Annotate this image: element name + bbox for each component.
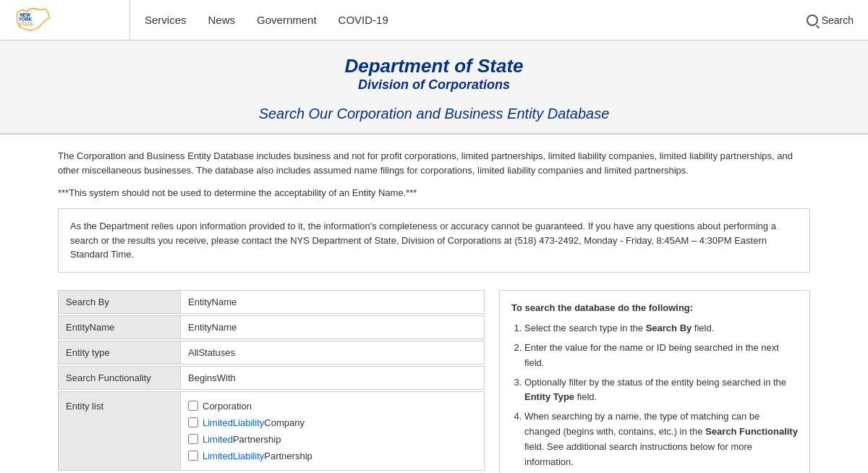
description-text: The Corporation and Business Entity Data…: [58, 149, 810, 177]
checkbox-llp-label: LimitedLiabilityPartnership: [203, 451, 312, 461]
page-header: Department of State Division of Corporat…: [0, 41, 868, 135]
checkbox-corporation-input[interactable]: [188, 401, 198, 411]
checkbox-llc-input[interactable]: [188, 417, 198, 427]
warning-text: ***This system should not be used to det…: [58, 187, 810, 198]
entity-name-input-wrapper[interactable]: [181, 315, 485, 339]
checkbox-llp-input[interactable]: [188, 451, 198, 461]
entity-list-label: Entity list: [58, 391, 181, 471]
instruction-step-2: Enter the value for the name or ID being…: [524, 341, 798, 371]
logo-area: NEW YORK STATE: [14, 0, 130, 40]
main-nav: Services News Government COVID-19 Search: [130, 0, 854, 40]
search-form: Search By EntityName Entity type: [58, 290, 485, 474]
entity-type-label: Entity type: [58, 341, 181, 365]
header: NEW YORK STATE Services News Government …: [0, 0, 868, 41]
checkbox-corporation: Corporation: [188, 398, 477, 414]
search-func-input-wrapper[interactable]: [181, 366, 485, 390]
division-title: Division of Corporations: [0, 77, 868, 93]
ny-state-logo-icon: NEW YORK STATE: [14, 7, 51, 33]
search-button-label: Search: [822, 14, 854, 26]
search-icon: [807, 14, 818, 26]
instructions-box: To search the database do the following:…: [499, 290, 810, 474]
entity-name-input[interactable]: [188, 322, 477, 333]
search-by-input[interactable]: [188, 297, 477, 307]
checkbox-corporation-label: Corporation: [203, 401, 252, 412]
entity-type-input-wrapper[interactable]: [181, 341, 485, 365]
instruction-step-4: When searching by a name, the type of ma…: [524, 409, 798, 469]
search-func-input[interactable]: [188, 372, 477, 383]
checkbox-llc: LimitedLiabilityCompany: [188, 414, 477, 431]
main-content: The Corporation and Business Entity Data…: [36, 135, 832, 473]
entity-type-row: Entity type: [58, 341, 485, 365]
svg-text:STATE: STATE: [19, 21, 34, 26]
instructions-list: Select the search type in the Search By …: [511, 321, 798, 473]
nav-news[interactable]: News: [208, 1, 236, 39]
entity-list-options: Corporation LimitedLiabilityCompany Limi…: [181, 391, 485, 471]
checkbox-lp-label: LimitedPartnership: [203, 434, 281, 445]
entity-name-row: EntityName: [58, 315, 485, 339]
checkbox-llp: LimitedLiabilityPartnership: [188, 448, 477, 464]
nav-government[interactable]: Government: [257, 1, 317, 39]
nav-services[interactable]: Services: [145, 1, 187, 39]
nav-covid[interactable]: COVID-19: [339, 1, 388, 39]
checkbox-llc-label: LimitedLiabilityCompany: [203, 417, 305, 428]
department-title: Department of State: [0, 55, 868, 77]
entity-list-row: Entity list Corporation LimitedLiability…: [58, 391, 485, 471]
search-by-row: Search By: [58, 290, 485, 314]
entity-type-input[interactable]: [188, 347, 477, 358]
entity-name-label: EntityName: [58, 315, 181, 339]
checkbox-lp: LimitedPartnership: [188, 431, 477, 448]
ny-logo: NEW YORK STATE: [14, 7, 51, 33]
search-by-input-wrapper[interactable]: [181, 290, 485, 314]
instructions-title: To search the database do the following:: [511, 301, 798, 316]
search-button[interactable]: Search: [807, 14, 854, 26]
search-by-label: Search By: [58, 290, 181, 314]
disclaimer-box: As the Department relies upon informatio…: [58, 208, 810, 273]
page-search-title: Search Our Corporation and Business Enti…: [0, 106, 868, 122]
instruction-step-3: Optionally filter by the status of the e…: [524, 375, 798, 406]
search-func-label: Search Functionality: [58, 366, 181, 390]
search-func-row: Search Functionality: [58, 366, 485, 390]
instruction-step-1: Select the search type in the Search By …: [524, 321, 798, 336]
form-area: Search By EntityName Entity type: [58, 290, 810, 474]
checkbox-lp-input[interactable]: [188, 434, 198, 444]
